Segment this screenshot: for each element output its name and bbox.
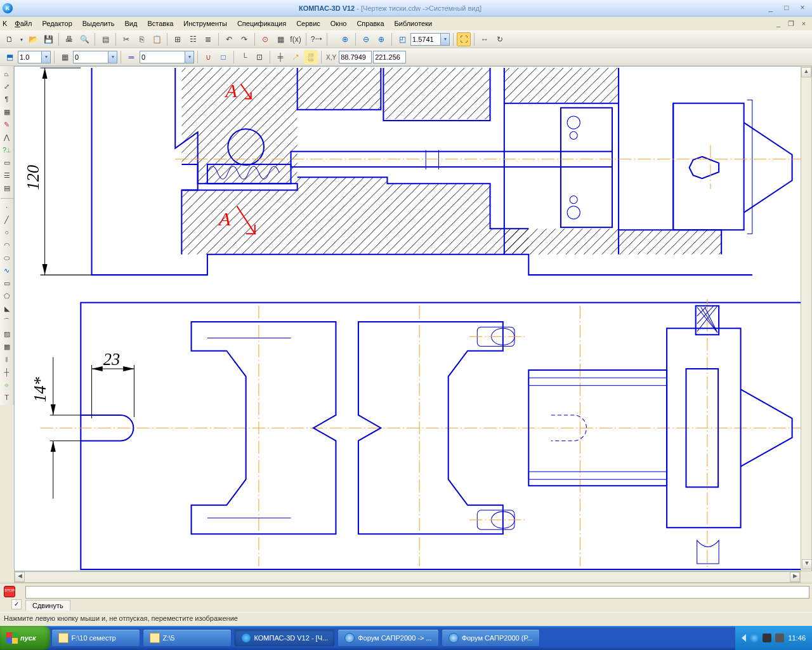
menu-view[interactable]: Вид	[120, 18, 143, 29]
rectangle-tool-icon[interactable]: ▭	[1, 277, 13, 289]
reports-panel-icon[interactable]: ▤	[1, 182, 13, 194]
manager-icon[interactable]: ≣	[201, 32, 215, 46]
menu-window[interactable]: Окно	[325, 18, 352, 29]
magnet-icon[interactable]: ⊙	[258, 32, 272, 46]
mdi-close-button[interactable]: ×	[798, 20, 809, 28]
rebuild-icon[interactable]: ↻	[493, 32, 507, 46]
text-tool-icon[interactable]: T	[1, 391, 13, 404]
param-panel-icon[interactable]: ⋀	[1, 131, 13, 143]
vertical-scrollbar[interactable]: ▲ ▼	[801, 66, 812, 571]
save-icon[interactable]: 💾	[41, 32, 55, 46]
chevron-down-icon[interactable]: ▾	[441, 33, 450, 46]
zoom-in-icon[interactable]: ⊕	[338, 32, 352, 46]
copy-icon[interactable]: ⎘	[134, 32, 148, 46]
horizontal-scrollbar[interactable]: ◀ ▶	[14, 571, 801, 583]
minimize-button[interactable]: _	[764, 3, 778, 13]
tray-volume-icon[interactable]	[775, 633, 784, 642]
new-icon[interactable]: 🗋	[3, 32, 16, 46]
edit-panel-icon[interactable]: ✎	[1, 118, 13, 131]
maximize-button[interactable]: □	[780, 3, 794, 13]
ortho-icon[interactable]: └	[237, 50, 251, 64]
tray-expand-icon[interactable]	[742, 634, 746, 642]
fx-icon[interactable]: f(x)	[289, 32, 303, 46]
pan-icon[interactable]: ↔	[478, 32, 492, 46]
spec-panel-icon[interactable]: ☰	[1, 169, 13, 182]
project-tool-icon[interactable]: ⟐	[1, 378, 13, 391]
geometry-panel-icon[interactable]: ⏢	[1, 67, 13, 80]
origin-arrow-icon[interactable]: ⭧	[289, 50, 303, 64]
menu-tools[interactable]: Инструменты	[178, 18, 232, 29]
close-button[interactable]: ×	[796, 3, 809, 13]
notation-panel-icon[interactable]: ¶	[1, 93, 13, 105]
menu-libs[interactable]: Библиотеки	[390, 18, 438, 29]
zoom-smaller-icon[interactable]: ⊖	[359, 32, 373, 46]
grid-icon[interactable]: ░	[304, 50, 318, 64]
properties-icon[interactable]: ☷	[186, 32, 200, 46]
autosave-icon[interactable]: ✓	[11, 599, 22, 609]
command-input[interactable]	[25, 586, 809, 599]
linestyle-icon[interactable]: ═	[124, 50, 138, 64]
taskbar-item[interactable]: КОМПАС-3D V12 - [Ч...	[234, 629, 336, 647]
linewidth-combo[interactable]: ▾	[18, 51, 51, 63]
menu-edit[interactable]: Редактор	[37, 18, 77, 29]
menu-help[interactable]: Справка	[351, 18, 389, 29]
align-icon[interactable]: ⊞	[171, 32, 185, 46]
open-icon[interactable]: 📂	[26, 32, 40, 46]
zoom-larger-icon[interactable]: ⊕	[374, 32, 388, 46]
clock[interactable]: 11:46	[788, 634, 806, 642]
help-icon[interactable]: ?⭢	[310, 32, 324, 46]
aux-line-tool-icon[interactable]: ┼	[1, 366, 13, 378]
undo-icon[interactable]: ↶	[222, 32, 236, 46]
cut-icon[interactable]: ✂	[119, 32, 133, 46]
hatch-tool-icon[interactable]: ▨	[1, 328, 13, 340]
menu-file[interactable]: Файл	[10, 18, 37, 29]
taskbar-item[interactable]: Форум САПР2000 -> ...	[337, 629, 438, 647]
mdi-minimize-button[interactable]: _	[773, 20, 784, 28]
layer-combo[interactable]: ▾	[73, 51, 117, 63]
taskbar-item[interactable]: Z:\5	[143, 629, 232, 647]
tray-lang-icon[interactable]	[763, 633, 771, 642]
region-tool-icon[interactable]: ▩	[1, 340, 13, 353]
snap-icon[interactable]: □	[216, 50, 230, 64]
menu-service[interactable]: Сервис	[291, 18, 325, 29]
snap-magnet-icon[interactable]: ∪	[201, 50, 215, 64]
zoom-combo[interactable]: ▾	[410, 33, 450, 46]
taskbar-item[interactable]: Форум САПР2000 (Р...	[442, 629, 540, 647]
scroll-left-icon[interactable]: ◀	[15, 572, 25, 582]
redo-icon[interactable]: ↷	[237, 32, 251, 46]
point-tool-icon[interactable]: ·	[1, 201, 13, 213]
spec-icon[interactable]: ▤	[98, 32, 112, 46]
chamfer-tool-icon[interactable]: ◣	[1, 302, 13, 315]
build-notation-panel-icon[interactable]: ▦	[1, 105, 13, 118]
drawing-canvas[interactable]: 120	[14, 66, 812, 571]
ellipse-tool-icon[interactable]: ⬭	[1, 251, 13, 264]
coord-icon[interactable]: ╪	[273, 50, 287, 64]
layer-icon[interactable]: ▦	[58, 50, 72, 64]
polygon-tool-icon[interactable]: ⬠	[1, 289, 13, 302]
start-button[interactable]: пуск	[0, 626, 50, 650]
command-tab-move[interactable]: Сдвинуть	[25, 600, 70, 611]
y-coord-field[interactable]	[373, 51, 406, 63]
zoom-window-icon[interactable]: ◰	[395, 32, 409, 46]
round-icon[interactable]: ⊡	[252, 50, 266, 64]
circle-tool-icon[interactable]: ○	[1, 226, 13, 239]
tray-kompas-icon[interactable]	[750, 633, 759, 642]
measure-panel-icon[interactable]: ?⟂	[1, 143, 13, 156]
fillet-tool-icon[interactable]: ⌒	[1, 315, 13, 328]
menu-select[interactable]: Выделить	[77, 18, 120, 29]
mdi-restore-button[interactable]: ❐	[785, 20, 797, 28]
equidistant-tool-icon[interactable]: ⫴	[1, 353, 13, 366]
spline-tool-icon[interactable]: ∿	[1, 264, 13, 277]
menu-insert[interactable]: Вставка	[142, 18, 178, 29]
scroll-up-icon[interactable]: ▲	[801, 67, 811, 77]
line-tool-icon[interactable]: ╱	[1, 213, 13, 226]
select-panel-icon[interactable]: ▭	[1, 156, 13, 169]
menu-spec[interactable]: Спецификация	[232, 18, 291, 29]
x-coord-field[interactable]	[339, 51, 372, 63]
dimensions-panel-icon[interactable]: ⤢	[1, 80, 13, 93]
taskbar-item[interactable]: F:\10 семестр	[51, 629, 140, 647]
dropdown-icon[interactable]: ▾	[18, 32, 25, 46]
zoom-all-icon[interactable]: ⛶	[457, 32, 471, 46]
style-combo[interactable]: ▾	[140, 51, 194, 63]
system-tray[interactable]: 11:46	[735, 626, 812, 650]
